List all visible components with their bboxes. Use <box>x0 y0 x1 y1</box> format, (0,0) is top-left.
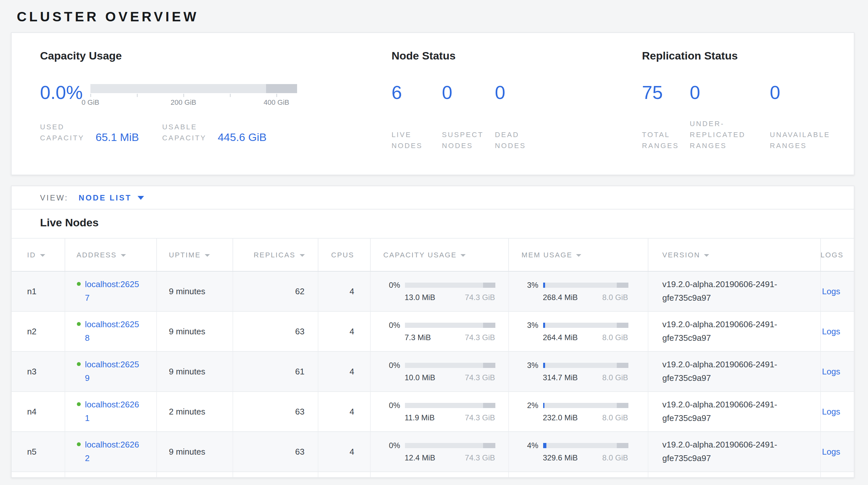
capacity-bar <box>405 323 495 328</box>
node-address-link[interactable]: localhost:26259 <box>85 359 140 385</box>
view-dropdown[interactable]: NODE LIST <box>79 193 144 202</box>
table-row: n3 localhost:26259 9 minutes 61 4 0% 10.… <box>11 351 855 392</box>
version-cell: v19.2.0-alpha.20190606-2491-gfe735c9a97 <box>662 439 799 465</box>
dead-nodes-stat: 0 DEAD NODES <box>495 83 553 151</box>
suspect-nodes-label: SUSPECT NODES <box>442 129 493 151</box>
sort-desc-icon <box>461 254 466 257</box>
used-capacity-label: USED CAPACITY <box>40 121 89 144</box>
live-node-dot-icon <box>76 443 81 447</box>
cluster-summary-card: Capacity Usage 0.0% 0 GiB <box>11 32 855 175</box>
capacity-used-value: 7.3 MiB <box>405 333 431 342</box>
capacity-usage-meter: 0% 7.3 MiB74.3 GiB <box>383 321 508 342</box>
sort-desc-icon <box>40 254 45 257</box>
replicas-cell: 61 <box>232 351 318 392</box>
unavailable-ranges-label: UNAVAILABLE RANGES <box>770 129 840 151</box>
mem-total-value: 8.0 GiB <box>602 453 628 462</box>
table-row: n5 localhost:26262 9 minutes 63 4 0% 12.… <box>11 432 855 472</box>
capacity-total-value: 74.3 GiB <box>465 293 495 302</box>
mem-bar <box>543 323 628 328</box>
capacity-usage-meter: 0% 13.0 MiB74.3 GiB <box>383 281 508 302</box>
mem-usage-meter: 3% 264.4 MiB8.0 GiB <box>522 321 647 342</box>
uptime-cell: 2 minutes <box>156 392 232 432</box>
node-address-link[interactable]: localhost:26261 <box>85 399 140 425</box>
mem-usage-meter: 3% 314.7 MiB8.0 GiB <box>522 361 647 382</box>
dead-nodes-count: 0 <box>495 83 553 102</box>
mem-percent: 3% <box>522 321 538 330</box>
node-address-link[interactable]: localhost:26262 <box>85 439 140 465</box>
capacity-usage-meter: 0% 12.4 MiB74.3 GiB <box>383 441 508 462</box>
mem-usage-meter: 2% 232.0 MiB8.0 GiB <box>522 401 647 422</box>
capacity-bar-reserved-segment <box>266 84 297 93</box>
logs-link[interactable]: Logs <box>822 447 840 457</box>
uptime-cell: 9 minutes <box>156 271 232 311</box>
capacity-percent: 0% <box>383 321 400 330</box>
chevron-down-icon <box>137 196 144 199</box>
capacity-bar <box>90 84 297 93</box>
table-row-partial <box>11 472 855 478</box>
total-ranges-label: TOTAL RANGES <box>642 129 688 151</box>
tick-label-200: 200 GiB <box>170 98 196 106</box>
column-header-version[interactable]: VERSION <box>648 238 820 271</box>
live-nodes-count: 6 <box>392 83 442 102</box>
capacity-percent: 0% <box>383 441 400 450</box>
cpus-cell: 4 <box>318 271 370 311</box>
capacity-total-value: 74.3 GiB <box>465 373 495 382</box>
view-label: VIEW: <box>40 193 68 202</box>
mem-percent: 4% <box>522 441 538 450</box>
total-ranges-stat: 75 TOTAL RANGES <box>642 83 690 151</box>
logs-link[interactable]: Logs <box>822 367 840 376</box>
capacity-percent: 0% <box>383 401 400 410</box>
capacity-meter: 0 GiB 200 GiB 400 GiB <box>90 84 297 107</box>
mem-total-value: 8.0 GiB <box>602 293 628 302</box>
mem-used-value: 264.4 MiB <box>543 333 578 342</box>
table-row: n1 localhost:26257 9 minutes 62 4 0% 13.… <box>11 271 855 311</box>
mem-total-value: 8.0 GiB <box>602 333 628 342</box>
node-address-link[interactable]: localhost:26257 <box>85 278 140 305</box>
capacity-total-value: 74.3 GiB <box>465 453 495 462</box>
sort-desc-icon <box>121 254 126 257</box>
capacity-total-value: 74.3 GiB <box>465 413 495 422</box>
version-cell: v19.2.0-alpha.20190606-2491-gfe735c9a97 <box>662 278 799 305</box>
column-header-cpus[interactable]: CPUS <box>318 238 370 271</box>
logs-link[interactable]: Logs <box>822 326 840 336</box>
column-header-mem-usage[interactable]: MEM USAGE <box>508 238 648 271</box>
cpus-cell: 4 <box>318 311 370 351</box>
column-header-address[interactable]: ADDRESS <box>65 238 156 271</box>
mem-percent: 3% <box>522 361 538 370</box>
view-selector-bar: VIEW: NODE LIST <box>11 186 854 209</box>
node-address-link[interactable]: localhost:26258 <box>85 318 140 345</box>
node-id-cell: n1 <box>11 271 65 311</box>
capacity-usage-meter: 0% 10.0 MiB74.3 GiB <box>383 361 508 382</box>
column-header-replicas[interactable]: REPLICAS <box>232 238 318 271</box>
under-replicated-label: UNDER-REPLICATED RANGES <box>690 118 753 151</box>
capacity-used-value: 12.4 MiB <box>405 453 435 462</box>
mem-bar <box>543 403 628 408</box>
mem-percent: 2% <box>522 401 538 410</box>
column-header-id[interactable]: ID <box>11 238 65 271</box>
sort-desc-icon <box>205 254 210 257</box>
capacity-used-value: 13.0 MiB <box>405 293 435 302</box>
column-header-uptime[interactable]: UPTIME <box>156 238 232 271</box>
table-row: n2 localhost:26258 9 minutes 63 4 0% 7.3… <box>11 311 855 351</box>
page-title: CLUSTER OVERVIEW <box>17 9 868 25</box>
unavailable-ranges-count: 0 <box>770 83 854 102</box>
live-node-dot-icon <box>76 403 81 406</box>
sort-desc-icon <box>577 254 582 257</box>
column-header-capacity-usage[interactable]: CAPACITY USAGE <box>370 238 508 271</box>
capacity-bar <box>405 443 495 448</box>
capacity-bar <box>405 283 495 288</box>
usable-capacity-label: USABLE CAPACITY <box>162 121 211 144</box>
logs-link[interactable]: Logs <box>822 407 840 417</box>
node-status-section: Node Status 6 LIVE NODES 0 SUSPECT NODES… <box>392 50 642 175</box>
replicas-cell: 63 <box>232 392 318 432</box>
mem-used-value: 232.0 MiB <box>543 413 578 422</box>
logs-link[interactable]: Logs <box>822 286 840 296</box>
node-status-title: Node Status <box>392 50 642 63</box>
capacity-used-value: 10.0 MiB <box>405 373 435 382</box>
cpus-cell: 4 <box>318 392 370 432</box>
version-cell: v19.2.0-alpha.20190606-2491-gfe735c9a97 <box>662 399 799 425</box>
mem-bar <box>543 283 628 288</box>
usable-capacity-value: 445.6 GiB <box>218 132 267 144</box>
capacity-bar <box>405 363 495 368</box>
capacity-bar-ticks <box>90 93 297 97</box>
